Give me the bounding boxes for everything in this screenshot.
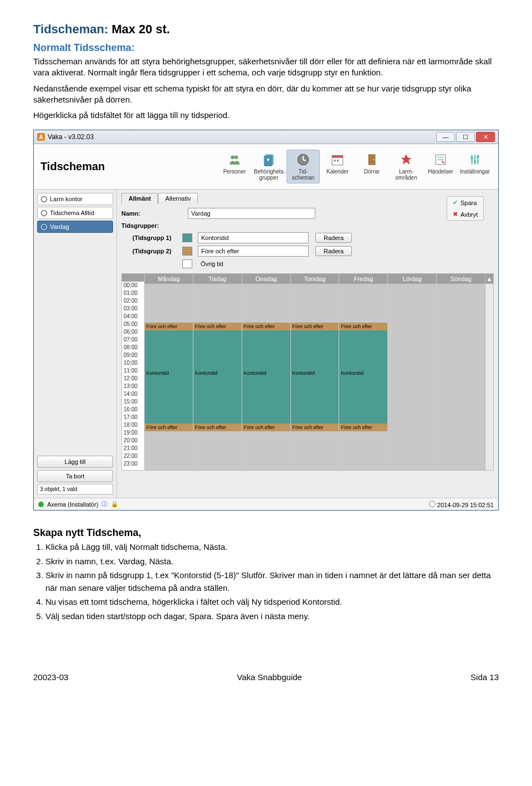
timegroup2-delete-button[interactable]: Radera (315, 246, 352, 256)
instruction-step: Klicka på Lägg till, välj Normalt tidsch… (45, 541, 499, 554)
svg-rect-12 (369, 155, 376, 166)
time-label: 07:00 (122, 336, 144, 344)
sidebar-object-count: 3 objekt, 1 vald (37, 484, 113, 494)
time-label: 04:00 (122, 313, 144, 320)
remove-button[interactable]: Ta bort (37, 470, 113, 482)
toolbar-h-ndelser[interactable]: Händelser (424, 150, 457, 183)
intro-paragraph-2: Nedanstående exempel visar ett schema ty… (33, 83, 499, 106)
time-label: 14:00 (122, 390, 144, 398)
logged-in-user: Axema (Installatör) (47, 501, 98, 508)
time-label: 06:00 (122, 328, 144, 336)
toolbar-inst-llningar[interactable]: Inställningar (458, 150, 492, 183)
info-icon[interactable]: ⓘ (101, 500, 108, 508)
instruction-step: Skriv in namn på tidsgrupp 1, t.ex "Kont… (45, 569, 499, 594)
name-input[interactable] (188, 208, 315, 219)
header-title: Tidscheman (40, 160, 105, 173)
day-header: Måndag (145, 274, 193, 284)
instruction-step: Nu visas ett tomt tidschema, högerklicka… (45, 596, 499, 609)
svg-rect-22 (477, 156, 479, 158)
time-label: 01:00 (122, 289, 144, 297)
instructions-title: Skapa nytt Tidschema, (33, 527, 499, 539)
cancel-button[interactable]: ✖Avbryt (447, 208, 483, 220)
time-label: 13:00 (122, 382, 144, 390)
sidebar-item-vardag[interactable]: Vardag (37, 221, 113, 233)
day-header: Söndag (437, 274, 485, 284)
save-button[interactable]: ✔Spara (447, 197, 483, 208)
time-label: 17:00 (122, 414, 144, 421)
time-label: 12:00 (122, 375, 144, 382)
time-label: 11:00 (122, 367, 144, 375)
toolbar-larm-omr-den[interactable]: Larm-områden (390, 150, 423, 183)
ovrig-color-swatch (182, 259, 192, 268)
lock-icon[interactable]: 🔒 (111, 501, 119, 508)
time-label: 02:00 (122, 297, 144, 305)
window-close-button[interactable]: ✕ (476, 132, 495, 142)
window-maximize-button[interactable]: ☐ (456, 132, 475, 142)
day-header: Lördag (388, 274, 436, 284)
timegroup2-color-swatch[interactable] (182, 247, 192, 256)
intro-paragraph-1: Tidsscheman används för att styra behöri… (33, 56, 499, 79)
time-label: 21:00 (122, 445, 144, 452)
toolbar-tid-scheman[interactable]: Tid-scheman (287, 150, 320, 183)
add-button[interactable]: Lägg till (37, 456, 113, 468)
connection-status-icon (38, 502, 44, 507)
sidebar: Larm kontorTidschema AlltidVardag Lägg t… (34, 190, 117, 498)
svg-rect-20 (470, 157, 473, 159)
instructions-list: Klicka på Lägg till, välj Normalt tidsch… (33, 541, 499, 622)
toolbar-d-rrar[interactable]: Dörrar (355, 150, 388, 183)
toolbar-personer[interactable]: Personer (218, 150, 251, 183)
name-label: Namn: (121, 210, 188, 217)
svg-point-1 (234, 156, 238, 160)
svg-rect-10 (334, 160, 336, 161)
instruction-step: Skriv in namn, t.ex. Vardag, Nästa. (45, 555, 499, 568)
sidebar-item-tidschema-alltid[interactable]: Tidschema Alltid (37, 207, 113, 219)
window-title: Vaka - v3.02.03 (48, 133, 94, 141)
svg-rect-11 (337, 160, 339, 161)
time-label: 18:00 (122, 421, 144, 429)
footer-docnum: 20023-03 (33, 672, 68, 682)
time-label: 05:00 (122, 320, 144, 328)
time-label: 20:00 (122, 437, 144, 445)
svg-rect-21 (474, 161, 476, 162)
timegroup1-label: (Tidsgrupp 1) (121, 234, 182, 241)
timegroups-label: Tidsgrupper: (121, 222, 188, 229)
tab-alternativ[interactable]: Alternativ (158, 193, 198, 203)
toolbar-beh-righets-grupper[interactable]: Behörighets-grupper (252, 150, 285, 183)
clock-icon (41, 210, 47, 216)
time-label: 09:00 (122, 351, 144, 359)
ovrig-label: Övrig tid (198, 259, 309, 269)
schedule-scrollbar[interactable]: ▲ (485, 274, 493, 470)
day-header: Tisdag (193, 274, 242, 284)
main-toolbar: PersonerBehörighets-grupperTid-schemanKa… (218, 150, 492, 183)
time-label: 15:00 (122, 398, 144, 406)
time-label: 03:00 (122, 305, 144, 313)
toolbar-kalender[interactable]: Kalender (321, 150, 354, 183)
clock-icon (429, 501, 436, 507)
time-label: 10:00 (122, 359, 144, 367)
timegroup1-color-swatch[interactable] (182, 233, 192, 242)
timegroup1-input[interactable] (198, 232, 309, 243)
tab-allmänt[interactable]: Allmänt (121, 193, 158, 203)
time-label: 22:00 (122, 452, 144, 460)
sidebar-item-larm-kontor[interactable]: Larm kontor (37, 193, 113, 205)
window-minimize-button[interactable]: — (436, 132, 455, 142)
clock-icon (41, 196, 47, 202)
footer-page: Sida 13 (470, 672, 499, 682)
time-label: 16:00 (122, 406, 144, 414)
window-titlebar: A Vaka - v3.02.03 — ☐ ✕ (34, 130, 498, 144)
day-header: Onsdag (242, 274, 290, 284)
timegroup2-input[interactable] (198, 246, 309, 257)
svg-point-4 (267, 159, 269, 161)
timegroup1-delete-button[interactable]: Radera (315, 233, 352, 243)
section-subtitle: Normalt Tidsschema: (33, 42, 499, 54)
intro-paragraph-3: Högerklicka på tidsfältet för att lägga … (33, 110, 499, 121)
statusbar-timestamp: 2014-09-29 15:02:51 (437, 502, 494, 508)
svg-point-13 (373, 159, 374, 160)
schedule-grid[interactable]: 00:0001:0002:0003:0004:0005:0006:0007:00… (121, 273, 494, 471)
time-label: 08:00 (122, 344, 144, 351)
day-header: Torsdag (291, 274, 339, 284)
page-footer: 20023-03 Vaka Snabbguide Sida 13 (33, 672, 499, 682)
time-label: 00:00 (122, 282, 144, 289)
time-label: 23:00 (122, 460, 144, 468)
clock-icon (41, 224, 47, 230)
